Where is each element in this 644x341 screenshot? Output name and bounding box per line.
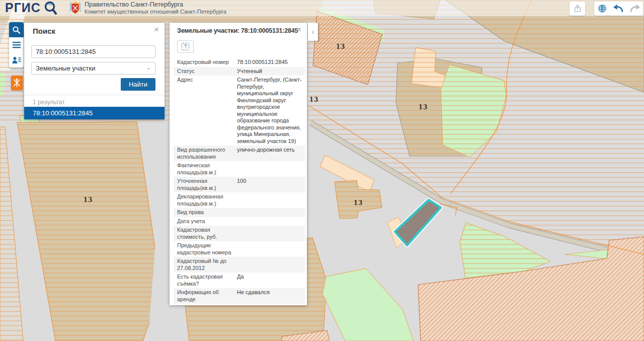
attribute-row: Есть кадастровая съёмка? Да: [174, 272, 305, 288]
parcel-number-label: 13: [354, 199, 363, 207]
close-icon[interactable]: ×: [296, 25, 301, 34]
attribute-value: Учтенный: [237, 68, 303, 75]
attribute-value: [237, 227, 303, 240]
search-result-item[interactable]: 78:10:0005131:2845: [24, 107, 165, 119]
attribute-row: Адрес Санкт-Петербург, (Санкт-Петербург,…: [174, 76, 305, 146]
redo-icon: [628, 3, 641, 15]
map-history-controls: [594, 2, 643, 16]
attribute-value: [237, 258, 303, 271]
undo-button[interactable]: [610, 2, 626, 16]
attribute-label: Кадастровая стоимость, руб.: [177, 227, 237, 240]
attribute-row: Информация об аренде Не сдавался: [174, 288, 305, 304]
attribute-value: [237, 218, 303, 225]
attribute-row: Фактическая площадь(кв.м.): [174, 161, 305, 177]
attribute-label: Вид права: [177, 209, 237, 216]
attribute-value: [237, 193, 303, 207]
magnifier-logo-icon: [43, 1, 59, 16]
attributes-table: Кадастровый номер 78:10:0005131:2845 Ста…: [174, 58, 305, 304]
question-icon: ?: [182, 43, 189, 50]
attribute-row: Вид разрешенного использования улично-до…: [174, 146, 305, 161]
attribute-value: Да: [237, 274, 303, 287]
parcel-details-panel: Земельные участки: 78:10:0005131:2845 × …: [170, 23, 307, 305]
search-input[interactable]: [31, 45, 155, 58]
attribute-label: Статус: [177, 68, 237, 75]
close-icon[interactable]: ×: [154, 25, 159, 34]
panel-collapse-tab[interactable]: ‹: [308, 23, 318, 41]
results-divider: [24, 95, 165, 95]
parcel-number-label: 13: [336, 43, 346, 50]
attribute-label: Дата учета: [177, 218, 237, 225]
search-tool-button[interactable]: [9, 22, 24, 37]
attribute-row: Кадастровый № до 27.08.2012: [174, 257, 305, 272]
kio-emblem-icon: [13, 78, 21, 88]
attribute-label: Вид разрешенного использования: [177, 147, 237, 160]
redo-button[interactable]: [627, 2, 643, 16]
attribute-value: Санкт-Петербург, (Санкт-Петербург, муниц…: [237, 77, 303, 145]
attribute-row: Предыдущие кадастровые номера: [174, 241, 305, 257]
committee-title: Комитет имущественных отношений Санкт-Пе…: [85, 8, 226, 15]
find-button[interactable]: Найти: [121, 78, 155, 91]
attribute-row: Вид права: [174, 208, 305, 217]
rgis-logo[interactable]: РГИС: [5, 1, 41, 16]
rgis-app: 1313131313 РГИС Правительство Санкт-Пете…: [0, 0, 644, 341]
parcel-number-label: 13: [419, 104, 428, 111]
attribute-label: Уточненная площадь(кв.м.): [177, 178, 237, 191]
search-panel-title: Поиск: [33, 27, 55, 35]
parcel-number-label: 13: [309, 96, 319, 103]
share-button[interactable]: [570, 2, 585, 16]
government-title: Правительство Санкт-Петербурга: [85, 1, 226, 8]
header: РГИС Правительство Санкт-Петербурга Коми…: [0, 0, 644, 16]
attribute-label: Информация об аренде: [177, 289, 237, 303]
attribute-row: Статус Учтенный: [174, 67, 305, 76]
user-queries-button[interactable]: [9, 52, 24, 67]
category-select[interactable]: Земельные участки ⌄: [31, 62, 155, 75]
attribute-row: Декларированная площадь(кв.м.): [174, 192, 305, 208]
category-select-value: Земельные участки: [36, 64, 95, 72]
share-icon: [573, 4, 582, 13]
spb-coat-of-arms-icon: [69, 2, 81, 15]
attribute-value: [237, 162, 303, 176]
basemap-button[interactable]: [594, 2, 610, 16]
attribute-label: Кадастровый № до 27.08.2012: [177, 258, 237, 271]
chevron-down-icon: ⌄: [146, 64, 151, 71]
attribute-value: 100: [237, 178, 303, 191]
attribute-label: Есть кадастровая съёмка?: [177, 274, 237, 287]
undo-icon: [612, 3, 625, 15]
attribute-row: Дата учета: [174, 217, 305, 226]
attribute-label: Декларированная площадь(кв.м.): [177, 193, 237, 207]
attribute-label: Фактическая площадь(кв.м.): [177, 162, 237, 176]
results-count: 1 результат: [33, 99, 65, 106]
attribute-value: 78:10:0005131:2845: [237, 59, 303, 66]
parcel-number-label: 13: [84, 196, 93, 203]
menu-icon: [13, 42, 21, 48]
left-toolbar: [9, 22, 24, 67]
attribute-value: Не сдавался: [237, 289, 303, 303]
object-info-button[interactable]: ?: [177, 40, 194, 53]
kio-emblem-button[interactable]: [11, 76, 23, 90]
logo-text: РГИС: [5, 1, 41, 15]
globe-icon: [597, 4, 607, 14]
chevron-left-icon: ‹: [312, 28, 314, 36]
attribute-value: [237, 209, 303, 216]
attribute-label: Адрес: [177, 77, 237, 145]
attribute-row: Кадастровая стоимость, руб.: [174, 226, 305, 241]
attribute-value: [237, 242, 303, 256]
search-panel: Поиск × Земельные участки ⌄ Найти 1 резу…: [24, 23, 165, 119]
search-icon: [12, 26, 21, 34]
attribute-value: улично-дорожная сеть: [237, 147, 303, 160]
attribute-label: Кадастровый номер: [177, 59, 237, 66]
attribute-label: Предыдущие кадастровые номера: [177, 242, 237, 256]
details-panel-header: Земельные участки: 78:10:0005131:2845 ×: [170, 23, 307, 36]
attribute-row: Кадастровый номер 78:10:0005131:2845: [174, 58, 305, 67]
user-list-icon: [12, 56, 21, 64]
attribute-row: Уточненная площадь(кв.м.) 100: [174, 177, 305, 192]
government-caption: Правительство Санкт-Петербурга Комитет и…: [85, 1, 226, 15]
layers-menu-button[interactable]: [9, 37, 24, 52]
details-panel-title: Земельные участки: 78:10:0005131:2845: [177, 27, 298, 34]
